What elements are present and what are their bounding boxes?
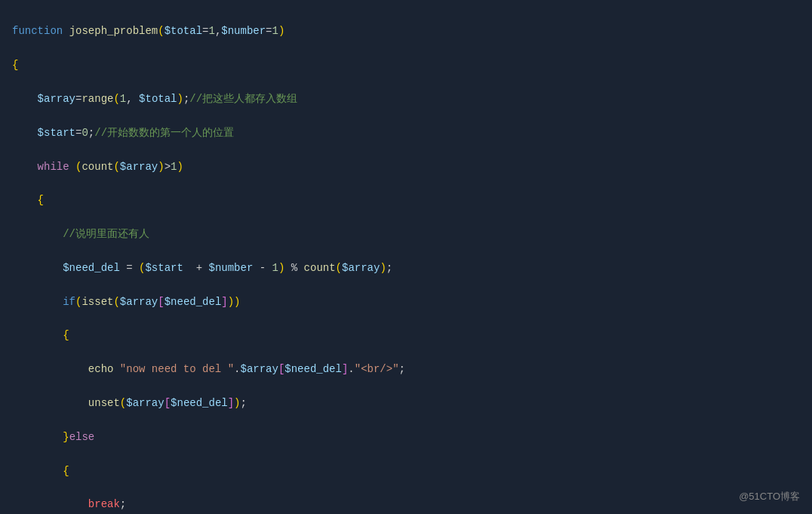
code-line-2: { [12,57,800,73]
code-line-7: //说明里面还有人 [12,226,800,242]
code-line-15: break; [12,496,800,512]
code-line-5: while (count($array)>1) [12,159,800,175]
watermark: @51CTO博客 [739,489,800,505]
code-line-8: $need_del = ($start + $number - 1) % cou… [12,260,800,276]
code-block: function joseph_problem($total=1,$number… [0,0,812,514]
code-line-3: $array=range(1, $total);//把这些人都存入数组 [12,91,800,107]
code-line-9: if(isset($array[$need_del])) [12,294,800,310]
code-line-10: { [12,327,800,343]
code-line-12: unset($array[$need_del]); [12,395,800,411]
code-line-11: echo "now need to del ".$array[$need_del… [12,361,800,377]
code-line-6: { [12,192,800,208]
code-line-1: function joseph_problem($total=1,$number… [12,23,800,39]
code-line-4: $start=0;//开始数数的第一个人的位置 [12,125,800,141]
code-line-13: }else [12,429,800,445]
code-line-14: { [12,463,800,479]
